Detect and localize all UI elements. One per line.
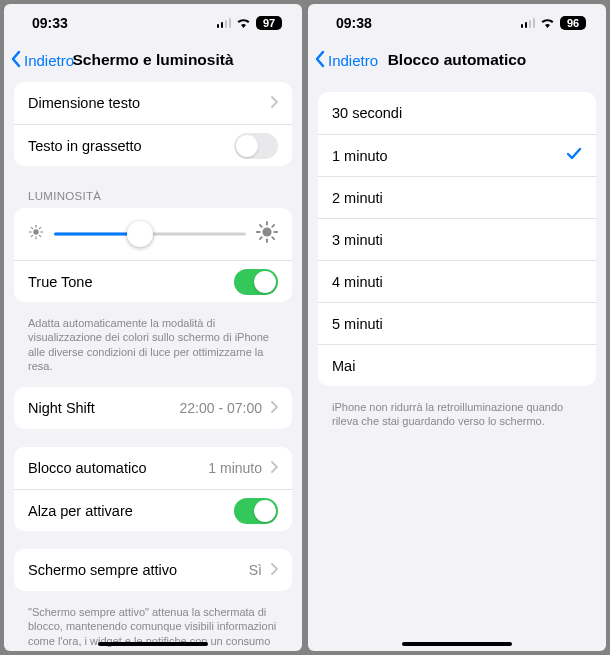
- back-button[interactable]: Indietro: [314, 50, 378, 71]
- nav-bar: Indietro Schermo e luminosità: [4, 42, 302, 82]
- night-shift-row[interactable]: Night Shift 22:00 - 07:00: [14, 387, 292, 429]
- always-on-group: Schermo sempre attivo Sì: [14, 549, 292, 591]
- text-appearance-group: Dimensione testo Testo in grassetto: [14, 82, 292, 166]
- svg-line-8: [39, 227, 40, 228]
- home-indicator[interactable]: [98, 642, 208, 646]
- checkmark-icon: [566, 147, 582, 164]
- row-label: Alza per attivare: [28, 503, 133, 519]
- content: Dimensione testo Testo in grassetto LUMI…: [4, 82, 302, 651]
- option-label: Mai: [332, 358, 355, 374]
- auto-lock-option[interactable]: 3 minuti: [318, 218, 596, 260]
- row-label: Night Shift: [28, 400, 95, 416]
- svg-line-7: [31, 235, 32, 236]
- cellular-signal-icon: [521, 18, 536, 28]
- auto-lock-option[interactable]: 5 minuti: [318, 302, 596, 344]
- svg-line-6: [39, 235, 40, 236]
- option-label: 30 secondi: [332, 105, 402, 121]
- back-label: Indietro: [24, 52, 74, 69]
- chevron-right-icon: [270, 400, 278, 416]
- svg-line-5: [31, 227, 32, 228]
- row-label: Blocco automatico: [28, 460, 146, 476]
- always-on-row[interactable]: Schermo sempre attivo Sì: [14, 549, 292, 591]
- wifi-icon: [540, 15, 555, 31]
- home-indicator[interactable]: [402, 642, 512, 646]
- back-label: Indietro: [328, 52, 378, 69]
- row-value: 22:00 - 07:00: [179, 400, 262, 416]
- true-tone-row: True Tone: [14, 260, 292, 302]
- sun-large-icon: [256, 221, 278, 247]
- chevron-left-icon: [314, 50, 326, 71]
- option-label: 3 minuti: [332, 232, 383, 248]
- wifi-icon: [236, 15, 251, 31]
- brightness-footer: Adatta automaticamente la modalità di vi…: [14, 312, 292, 387]
- brightness-group: True Tone: [14, 208, 292, 302]
- option-label: 2 minuti: [332, 190, 383, 206]
- svg-line-15: [272, 237, 274, 239]
- auto-lock-option[interactable]: 2 minuti: [318, 176, 596, 218]
- raise-to-wake-row: Alza per attivare: [14, 489, 292, 531]
- nav-bar: Indietro Blocco automatico: [308, 42, 606, 82]
- auto-lock-option[interactable]: Mai: [318, 344, 596, 386]
- row-value: 1 minuto: [208, 460, 262, 476]
- option-label: 1 minuto: [332, 148, 388, 164]
- status-bar: 09:33 97: [4, 4, 302, 42]
- option-label: 5 minuti: [332, 316, 383, 332]
- svg-line-17: [272, 225, 274, 227]
- svg-point-9: [262, 227, 271, 236]
- night-shift-group: Night Shift 22:00 - 07:00: [14, 387, 292, 429]
- auto-lock-options: 30 secondi1 minuto2 minuti3 minuti4 minu…: [318, 92, 596, 386]
- auto-lock-row[interactable]: Blocco automatico 1 minuto: [14, 447, 292, 489]
- status-right: 96: [521, 15, 587, 31]
- status-right: 97: [217, 15, 283, 31]
- option-label: 4 minuti: [332, 274, 383, 290]
- svg-point-0: [33, 229, 38, 234]
- svg-line-14: [260, 225, 262, 227]
- status-time: 09:33: [32, 15, 68, 31]
- brightness-slider-row: [14, 208, 292, 260]
- brightness-slider[interactable]: [54, 220, 246, 248]
- sun-small-icon: [28, 224, 44, 244]
- bold-text-toggle[interactable]: [234, 133, 278, 159]
- auto-lock-option[interactable]: 30 secondi: [318, 92, 596, 134]
- bold-text-row: Testo in grassetto: [14, 124, 292, 166]
- chevron-left-icon: [10, 50, 22, 71]
- back-button[interactable]: Indietro: [10, 50, 74, 71]
- row-label: True Tone: [28, 274, 93, 290]
- row-label: Dimensione testo: [28, 95, 140, 111]
- chevron-right-icon: [270, 460, 278, 476]
- row-label: Schermo sempre attivo: [28, 562, 177, 578]
- battery-badge: 96: [560, 16, 586, 30]
- cellular-signal-icon: [217, 18, 232, 28]
- phone-left: 09:33 97 Indietro Schermo e luminosità D…: [4, 4, 302, 651]
- svg-line-16: [260, 237, 262, 239]
- status-bar: 09:38 96: [308, 4, 606, 42]
- raise-to-wake-toggle[interactable]: [234, 498, 278, 524]
- battery-badge: 97: [256, 16, 282, 30]
- auto-lock-footer: iPhone non ridurrà la retroilluminazione…: [318, 396, 596, 443]
- text-size-row[interactable]: Dimensione testo: [14, 82, 292, 124]
- slider-thumb[interactable]: [127, 221, 153, 247]
- phone-right: 09:38 96 Indietro Blocco automatico 30 s…: [308, 4, 606, 651]
- chevron-right-icon: [270, 562, 278, 578]
- true-tone-toggle[interactable]: [234, 269, 278, 295]
- auto-lock-option[interactable]: 1 minuto: [318, 134, 596, 176]
- row-value: Sì: [249, 562, 262, 578]
- row-label: Testo in grassetto: [28, 138, 142, 154]
- chevron-right-icon: [270, 95, 278, 111]
- status-time: 09:38: [336, 15, 372, 31]
- lock-group: Blocco automatico 1 minuto Alza per atti…: [14, 447, 292, 531]
- content: 30 secondi1 minuto2 minuti3 minuti4 minu…: [308, 82, 606, 651]
- auto-lock-option[interactable]: 4 minuti: [318, 260, 596, 302]
- brightness-header: LUMINOSITÀ: [14, 176, 292, 208]
